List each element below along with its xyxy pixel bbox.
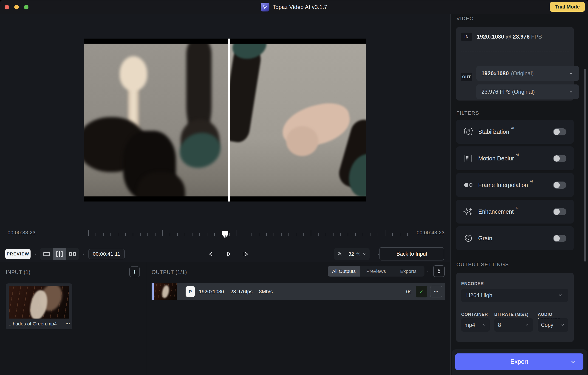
filter-card: Motion DeblurAI: [456, 146, 574, 170]
separator-dot: [83, 253, 84, 255]
input-clip-thumbnail: [9, 286, 69, 319]
separator-dot: [428, 271, 428, 272]
filter-card: StabilizationAI: [456, 120, 574, 144]
separator-dot: [378, 253, 379, 255]
title-center: Topaz Video AI v3.1.7: [0, 0, 588, 14]
motion-deblur-icon: [463, 154, 473, 162]
side-by-side-view-icon: [69, 252, 76, 256]
play-icon: [225, 250, 232, 258]
zoom-percent-sign: %: [356, 252, 360, 257]
input-clip-card[interactable]: ...hades of Green.mp4 •••: [6, 284, 72, 329]
view-mode-side-by-side-button[interactable]: [66, 248, 79, 260]
bitrate-dropdown[interactable]: 8: [494, 318, 533, 332]
chevron-down-icon: [568, 71, 574, 76]
chevron-down-icon: [362, 252, 366, 257]
output-settings-card: ENCODER H264 High CONTAINER mp4 BITRATE …: [456, 273, 574, 342]
enhancement-icon: [463, 208, 473, 215]
container-dropdown[interactable]: mp4: [461, 318, 490, 332]
back-to-input-button[interactable]: Back to Input: [379, 247, 444, 261]
view-mode-segmented-control: [40, 248, 79, 260]
video-section-header: VIDEO: [456, 16, 474, 21]
topaz-logo-icon: [261, 3, 269, 11]
add-input-button[interactable]: +: [129, 266, 140, 277]
next-frame-button[interactable]: [241, 249, 251, 259]
grain-icon: [463, 234, 473, 242]
container-label: CONTAINER: [461, 312, 488, 317]
filter-toggle[interactable]: [553, 208, 567, 215]
filter-toggle[interactable]: [553, 182, 567, 189]
preview-original-half: [84, 44, 228, 196]
output-framerate-dropdown[interactable]: 23.976 FPS (Original): [476, 84, 579, 99]
sort-icon: [437, 268, 441, 274]
chevron-down-icon: [558, 293, 563, 298]
output-row-thumbnail: [154, 283, 177, 300]
window-title: Topaz Video AI v3.1.7: [273, 4, 327, 10]
output-tabs: All Outputs Previews Exports: [328, 266, 424, 276]
stabilization-icon: [463, 128, 473, 136]
previous-frame-icon: [207, 250, 215, 258]
view-mode-single-button[interactable]: [40, 248, 53, 260]
chevron-down-icon: [525, 323, 529, 327]
ai-badge: AI: [516, 153, 519, 157]
timeline-playhead[interactable]: [222, 231, 228, 238]
in-badge: IN: [461, 33, 472, 41]
chevron-down-icon: [568, 89, 574, 95]
export-panel: Export: [452, 349, 587, 375]
output-duration: 0s: [406, 283, 411, 300]
transport-controls: [206, 248, 252, 261]
ai-badge: AI: [515, 206, 518, 210]
filter-card: Grain: [456, 226, 574, 250]
sidebar-scrollbar[interactable]: [584, 69, 586, 262]
timeline-ruler[interactable]: [88, 230, 412, 236]
bitrate-label: BITRATE (Mb/s): [494, 312, 528, 317]
main-area: 00:00:38;23 00:00:43;23 PREVIEW 00:00:41…: [0, 14, 450, 375]
filter-card: Frame InterpolationAI: [456, 173, 574, 197]
export-button[interactable]: Export: [455, 354, 583, 370]
output-row-menu-button[interactable]: •••: [430, 286, 442, 297]
output-bitrate: 8Mb/s: [259, 289, 273, 295]
output-complete-check-button[interactable]: ✓: [416, 286, 427, 297]
output-settings-header: OUTPUT SETTINGS: [456, 262, 509, 268]
next-frame-icon: [242, 250, 250, 258]
filter-toggle[interactable]: [553, 128, 567, 135]
divider: [461, 51, 569, 51]
trial-mode-badge[interactable]: Trial Mode: [550, 2, 585, 12]
output-resolution-dropdown[interactable]: 1920x1080(Original): [476, 66, 579, 81]
frame-interpolation-icon: [463, 181, 473, 189]
ai-badge: AI: [511, 126, 514, 130]
play-button[interactable]: [223, 249, 234, 259]
input-panel-header: INPUT (1): [6, 269, 31, 275]
bottom-panels: INPUT (1) + ...hades of Green.mp4 ••• OU…: [0, 262, 450, 375]
preview-mode-button[interactable]: PREVIEW: [5, 249, 31, 259]
timeline-start-timecode: 00:00:38;23: [8, 230, 36, 236]
audio-settings-dropdown[interactable]: Copy: [538, 318, 568, 332]
preview-type-badge: P: [186, 286, 195, 297]
encoder-dropdown[interactable]: H264 High: [461, 289, 568, 302]
sort-outputs-button[interactable]: [433, 265, 445, 277]
chevron-down-icon: [482, 323, 486, 327]
chevron-down-icon: [570, 359, 576, 365]
app-window: Topaz Video AI v3.1.7 Trial Mode: [0, 0, 588, 375]
timeline-end-timecode: 00:00:43;23: [417, 230, 445, 236]
input-clip-menu-button[interactable]: •••: [65, 322, 70, 326]
output-tab[interactable]: All Outputs: [328, 266, 360, 276]
output-row[interactable]: P 1920x1080 23.976fps 8Mb/s 0s ✓ •••: [152, 283, 445, 300]
output-tab[interactable]: Previews: [360, 266, 392, 276]
video-preview[interactable]: [84, 39, 366, 202]
output-panel-header: OUTPUT (1/1): [152, 269, 187, 275]
current-timecode-field[interactable]: 00:00:41;11: [88, 249, 125, 259]
preview-toolbar: PREVIEW 00:00:41;11: [0, 242, 450, 263]
input-panel: INPUT (1) + ...hades of Green.mp4 •••: [0, 262, 146, 375]
output-tab[interactable]: Exports: [392, 266, 424, 276]
settings-sidebar: VIDEO IN 1920x1080 @ 23.976 FPS OUT 1920…: [450, 14, 588, 375]
view-mode-split-button[interactable]: [53, 248, 66, 260]
previous-frame-button[interactable]: [206, 249, 216, 259]
filter-toggle[interactable]: [553, 235, 567, 242]
comparison-split-divider[interactable]: [228, 39, 230, 202]
zoom-level-control[interactable]: 32 %: [334, 248, 369, 260]
ai-badge: AI: [530, 180, 533, 183]
filter-toggle[interactable]: [553, 155, 567, 162]
filters-section-header: FILTERS: [456, 110, 479, 116]
output-resolution: 1920x1080: [199, 289, 224, 295]
output-row-accent-bar: [152, 283, 154, 300]
